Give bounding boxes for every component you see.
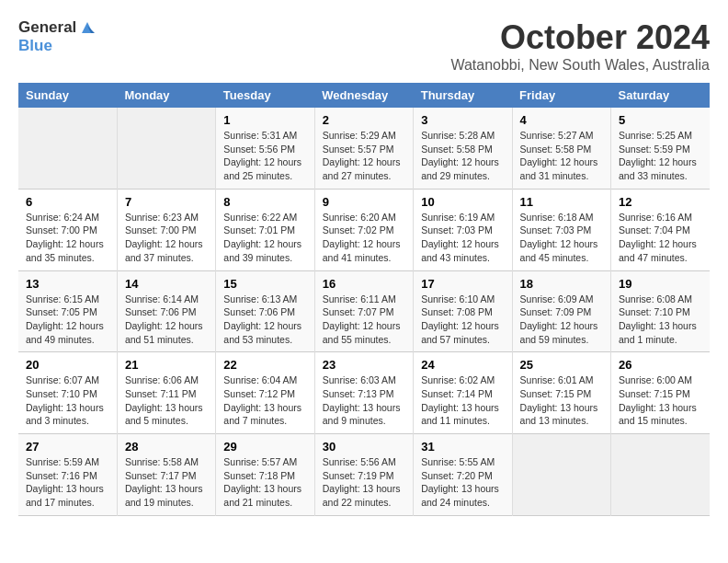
calendar-cell: 14 Sunrise: 6:14 AMSunset: 7:06 PMDaylig… [117,270,215,352]
calendar-cell [18,108,117,189]
logo-triangle [78,18,97,37]
day-detail: Sunrise: 6:23 AMSunset: 7:00 PMDaylight:… [125,212,203,263]
day-number: 8 [223,195,306,209]
day-number: 11 [520,195,603,209]
calendar-cell: 2 Sunrise: 5:29 AMSunset: 5:57 PMDayligh… [314,108,413,189]
weekday-header: Saturday [611,83,710,108]
day-detail: Sunrise: 6:18 AMSunset: 7:03 PMDaylight:… [520,212,598,263]
calendar-cell: 24 Sunrise: 6:02 AMSunset: 7:14 PMDaylig… [414,352,512,434]
day-number: 13 [26,277,109,291]
day-number: 20 [26,358,109,372]
weekday-header-row: SundayMondayTuesdayWednesdayThursdayFrid… [18,83,710,108]
weekday-header: Monday [117,83,215,108]
day-detail: Sunrise: 6:03 AMSunset: 7:13 PMDaylight:… [323,374,401,426]
weekday-header: Friday [512,83,610,108]
day-detail: Sunrise: 6:01 AMSunset: 7:15 PMDaylight:… [520,374,598,426]
day-number: 6 [26,195,109,209]
calendar-cell: 18 Sunrise: 6:09 AMSunset: 7:09 PMDaylig… [512,270,610,352]
calendar-cell: 9 Sunrise: 6:20 AMSunset: 7:02 PMDayligh… [314,189,413,270]
day-number: 4 [520,113,603,127]
day-detail: Sunrise: 6:02 AMSunset: 7:14 PMDaylight:… [421,374,499,426]
day-number: 12 [619,195,702,209]
calendar-cell: 31 Sunrise: 5:55 AMSunset: 7:20 PMDaylig… [414,434,512,516]
day-number: 25 [520,358,603,372]
day-detail: Sunrise: 6:09 AMSunset: 7:09 PMDaylight:… [520,293,598,345]
day-detail: Sunrise: 5:56 AMSunset: 7:19 PMDaylight:… [323,456,401,508]
day-number: 22 [223,358,306,372]
day-detail: Sunrise: 5:55 AMSunset: 7:20 PMDaylight:… [421,456,499,508]
day-detail: Sunrise: 5:59 AMSunset: 7:16 PMDaylight:… [26,456,104,508]
day-detail: Sunrise: 5:57 AMSunset: 7:18 PMDaylight:… [223,456,301,508]
calendar-cell: 6 Sunrise: 6:24 AMSunset: 7:00 PMDayligh… [18,189,117,270]
calendar-cell: 28 Sunrise: 5:58 AMSunset: 7:17 PMDaylig… [117,434,215,516]
calendar-cell: 26 Sunrise: 6:00 AMSunset: 7:15 PMDaylig… [611,352,710,434]
day-detail: Sunrise: 6:16 AMSunset: 7:04 PMDaylight:… [619,212,697,263]
calendar-cell: 30 Sunrise: 5:56 AMSunset: 7:19 PMDaylig… [314,434,413,516]
title-area: October 2024 Watanobbi, New South Wales,… [450,18,710,74]
day-number: 7 [125,195,208,209]
day-detail: Sunrise: 6:10 AMSunset: 7:08 PMDaylight:… [421,293,499,345]
day-detail: Sunrise: 5:25 AMSunset: 5:59 PMDaylight:… [619,130,697,181]
day-number: 21 [125,358,208,372]
calendar-week-row: 13 Sunrise: 6:15 AMSunset: 7:05 PMDaylig… [18,270,710,352]
day-detail: Sunrise: 6:13 AMSunset: 7:06 PMDaylight:… [223,293,301,345]
day-number: 23 [323,358,405,372]
day-number: 10 [421,195,504,209]
weekday-header: Wednesday [314,83,413,108]
calendar-cell: 5 Sunrise: 5:25 AMSunset: 5:59 PMDayligh… [611,108,710,189]
day-number: 18 [520,277,603,291]
day-number: 30 [323,440,405,454]
calendar-cell: 10 Sunrise: 6:19 AMSunset: 7:03 PMDaylig… [414,189,512,270]
day-number: 15 [223,277,306,291]
day-detail: Sunrise: 6:14 AMSunset: 7:06 PMDaylight:… [125,293,203,345]
calendar-cell: 7 Sunrise: 6:23 AMSunset: 7:00 PMDayligh… [117,189,215,270]
weekday-header: Thursday [414,83,512,108]
calendar-week-row: 1 Sunrise: 5:31 AMSunset: 5:56 PMDayligh… [18,108,710,189]
day-number: 29 [223,440,306,454]
calendar-week-row: 27 Sunrise: 5:59 AMSunset: 7:16 PMDaylig… [18,434,710,516]
logo-blue: Blue [18,37,52,55]
day-detail: Sunrise: 6:22 AMSunset: 7:01 PMDaylight:… [223,212,301,263]
calendar-cell: 12 Sunrise: 6:16 AMSunset: 7:04 PMDaylig… [611,189,710,270]
location-subtitle: Watanobbi, New South Wales, Australia [450,57,710,74]
day-number: 1 [223,113,306,127]
day-detail: Sunrise: 6:00 AMSunset: 7:15 PMDaylight:… [619,374,697,426]
logo-general: General [18,18,76,37]
calendar-cell: 25 Sunrise: 6:01 AMSunset: 7:15 PMDaylig… [512,352,610,434]
day-detail: Sunrise: 6:20 AMSunset: 7:02 PMDaylight:… [323,212,401,263]
day-number: 26 [619,358,702,372]
day-detail: Sunrise: 5:28 AMSunset: 5:58 PMDaylight:… [421,130,499,181]
day-number: 2 [323,113,405,127]
day-number: 24 [421,358,504,372]
calendar-cell: 13 Sunrise: 6:15 AMSunset: 7:05 PMDaylig… [18,270,117,352]
header: General Blue October 2024 Watanobbi, New… [18,18,710,74]
calendar-cell: 21 Sunrise: 6:06 AMSunset: 7:11 PMDaylig… [117,352,215,434]
day-detail: Sunrise: 6:19 AMSunset: 7:03 PMDaylight:… [421,212,499,263]
day-number: 9 [323,195,405,209]
calendar-cell: 22 Sunrise: 6:04 AMSunset: 7:12 PMDaylig… [216,352,314,434]
calendar-cell: 17 Sunrise: 6:10 AMSunset: 7:08 PMDaylig… [414,270,512,352]
logo: General Blue [18,18,97,55]
calendar-table: SundayMondayTuesdayWednesdayThursdayFrid… [18,83,710,516]
day-detail: Sunrise: 6:06 AMSunset: 7:11 PMDaylight:… [125,374,203,426]
weekday-header: Sunday [18,83,117,108]
day-number: 5 [619,113,702,127]
calendar-week-row: 6 Sunrise: 6:24 AMSunset: 7:00 PMDayligh… [18,189,710,270]
day-detail: Sunrise: 6:15 AMSunset: 7:05 PMDaylight:… [26,293,104,345]
day-number: 3 [421,113,504,127]
calendar-cell: 29 Sunrise: 5:57 AMSunset: 7:18 PMDaylig… [216,434,314,516]
calendar-cell [512,434,610,516]
day-detail: Sunrise: 6:07 AMSunset: 7:10 PMDaylight:… [26,374,104,426]
calendar-cell: 4 Sunrise: 5:27 AMSunset: 5:58 PMDayligh… [512,108,610,189]
month-title: October 2024 [450,18,710,57]
day-number: 31 [421,440,504,454]
calendar-cell: 3 Sunrise: 5:28 AMSunset: 5:58 PMDayligh… [414,108,512,189]
calendar-cell [117,108,215,189]
calendar-cell: 16 Sunrise: 6:11 AMSunset: 7:07 PMDaylig… [314,270,413,352]
day-number: 28 [125,440,208,454]
day-detail: Sunrise: 6:24 AMSunset: 7:00 PMDaylight:… [26,212,104,263]
day-number: 17 [421,277,504,291]
day-number: 16 [323,277,405,291]
calendar-cell: 19 Sunrise: 6:08 AMSunset: 7:10 PMDaylig… [611,270,710,352]
day-detail: Sunrise: 5:29 AMSunset: 5:57 PMDaylight:… [323,130,401,181]
